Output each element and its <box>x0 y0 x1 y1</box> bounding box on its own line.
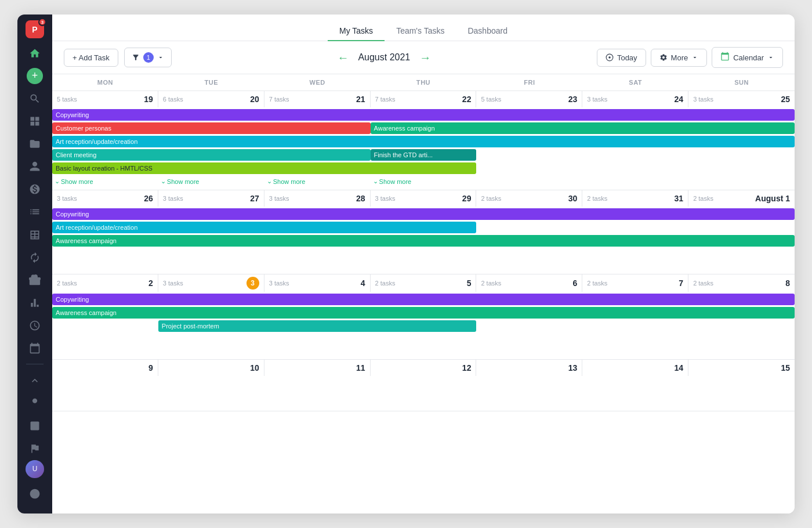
day-27: 3 tasks27 <box>158 190 264 207</box>
month-navigation: ← August 2021 → <box>177 51 591 64</box>
day-22: 7 tasks22 <box>371 91 477 107</box>
day-10: 10 <box>158 360 264 376</box>
day-25: 3 tasks25 <box>688 91 795 107</box>
event-copywriting-1[interactable]: Copywriting <box>52 109 795 121</box>
week-events-2: Copywriting Art reception/update/creatio… <box>52 207 795 274</box>
sidebar-item-refresh[interactable] <box>24 247 45 267</box>
event-art-reception-2[interactable]: Art reception/update/creation <box>52 222 476 233</box>
week-row-4: 9 10 11 12 13 14 15 <box>52 360 795 411</box>
today-button[interactable]: Today <box>597 49 646 67</box>
day-8: 2 tasks8 <box>688 274 795 292</box>
tab-dashboard[interactable]: Dashboard <box>456 21 519 41</box>
day-20: 6 tasks20 <box>158 91 264 107</box>
sidebar-item-chevron-up[interactable] <box>24 370 45 390</box>
event-copywriting-2[interactable]: Copywriting <box>52 208 795 220</box>
week-events-3: Copywriting Awareness campaign Project p… <box>52 292 795 359</box>
calendar-icon <box>720 52 730 63</box>
event-row: Basic layout creation - HMTL/CSS <box>52 162 795 175</box>
day-31: 2 tasks31 <box>582 190 688 207</box>
event-basic-layout[interactable]: Basic layout creation - HMTL/CSS <box>52 162 476 174</box>
event-row: Copywriting <box>52 294 795 306</box>
left-nav: P 3 + <box>17 15 52 513</box>
prev-month-button[interactable]: ← <box>337 51 349 64</box>
add-button[interactable]: + <box>27 68 43 84</box>
filter-button[interactable]: 1 <box>124 48 172 67</box>
sidebar-item-search[interactable] <box>24 89 45 109</box>
event-project-postmortem[interactable]: Project post-mortem <box>158 320 477 332</box>
sidebar-item-settings[interactable] <box>24 484 45 504</box>
event-copywriting-3[interactable]: Copywriting <box>52 294 795 305</box>
day-15: 15 <box>688 360 795 376</box>
show-more-row-1: ⌄Show more ⌄Show more ⌄Show more ⌄Show m… <box>52 176 795 186</box>
show-more-wed[interactable]: ⌄Show more <box>264 176 371 186</box>
nav-divider <box>26 364 44 364</box>
show-more-tue[interactable]: ⌄Show more <box>158 176 264 186</box>
add-task-button[interactable]: + Add Task <box>64 49 118 67</box>
current-month: August 2021 <box>358 52 410 63</box>
sidebar-item-chart[interactable] <box>24 292 45 313</box>
day-6: 2 tasks6 <box>476 274 582 292</box>
day-2: 2 tasks2 <box>52 274 158 292</box>
day-header-mon: MON <box>52 74 158 91</box>
event-client-meeting[interactable]: Client meeting <box>52 149 371 161</box>
event-customer-personas[interactable]: Customer personas <box>52 122 371 134</box>
event-awareness-campaign-1[interactable]: Awareness campaign <box>371 122 795 134</box>
event-row: Copywriting <box>52 109 795 122</box>
sidebar-item-tasks[interactable] <box>24 416 45 436</box>
sidebar-item-user2[interactable] <box>24 393 45 414</box>
event-row: Project post-mortem <box>52 320 795 333</box>
user-avatar[interactable]: U <box>26 460 44 478</box>
toolbar-right: Today More Calendar <box>597 47 783 68</box>
event-awareness-campaign-2[interactable]: Awareness campaign <box>52 235 795 247</box>
event-row: Awareness campaign <box>52 235 795 248</box>
week-dates-2: 3 tasks26 3 tasks27 3 tasks28 3 tasks29 … <box>52 190 795 207</box>
week-row-1: 5 tasks19 6 tasks20 7 tasks21 7 tasks22 … <box>52 91 795 190</box>
day-aug1: 2 tasksAugust 1 <box>688 190 795 207</box>
sidebar-item-calendar[interactable] <box>24 338 45 358</box>
show-more-sun-empty <box>688 176 795 186</box>
toolbar: + Add Task 1 ← August 2021 → Today More <box>52 41 795 74</box>
week-row-2: 3 tasks26 3 tasks27 3 tasks28 3 tasks29 … <box>52 190 795 274</box>
app-logo: P 3 <box>26 20 44 38</box>
day-3: 3 tasks3 <box>158 274 264 292</box>
tab-team-tasks[interactable]: Team's Tasks <box>385 21 456 41</box>
notification-badge: 3 <box>38 18 46 26</box>
day-28: 3 tasks28 <box>264 190 371 207</box>
day-header-fri: FRI <box>476 74 582 91</box>
day-12: 12 <box>371 360 477 376</box>
show-more-mon[interactable]: ⌄Show more <box>52 176 158 186</box>
sidebar-item-grid[interactable] <box>24 111 45 132</box>
day-header-sat: SAT <box>582 74 688 91</box>
sidebar-item-flag[interactable] <box>24 439 45 459</box>
show-more-thu[interactable]: ⌄Show more <box>371 176 477 186</box>
event-art-reception-1[interactable]: Art reception/update/creation <box>52 136 795 147</box>
sidebar-item-clock[interactable] <box>24 315 45 335</box>
day-header-sun: SUN <box>688 74 795 91</box>
event-awareness-campaign-3[interactable]: Awareness campaign <box>52 307 795 319</box>
tab-my-tasks[interactable]: My Tasks <box>328 21 385 41</box>
main-content: My Tasks Team's Tasks Dashboard + Add Ta… <box>52 15 795 513</box>
week-dates-1: 5 tasks19 6 tasks20 7 tasks21 7 tasks22 … <box>52 91 795 107</box>
sidebar-item-list[interactable] <box>24 202 45 222</box>
sidebar-item-user[interactable] <box>24 157 45 177</box>
sidebar-item-box[interactable] <box>24 270 45 290</box>
day-11: 11 <box>264 360 371 376</box>
week-events-4 <box>52 376 795 411</box>
day-5: 2 tasks5 <box>371 274 477 292</box>
sidebar-item-table[interactable] <box>24 225 45 245</box>
sidebar-item-folder[interactable] <box>24 134 45 154</box>
event-row: Art reception/update/creation <box>52 136 795 149</box>
day-4: 3 tasks4 <box>264 274 371 292</box>
day-26: 3 tasks26 <box>52 190 158 207</box>
calendar-view-button[interactable]: Calendar <box>712 47 783 68</box>
event-finish-gtd[interactable]: Finish the GTD arti... <box>371 149 477 161</box>
more-button[interactable]: More <box>651 49 708 67</box>
week-dates-3: 2 tasks2 3 tasks3 3 tasks4 2 tasks5 2 ta… <box>52 274 795 292</box>
day-24: 3 tasks24 <box>582 91 688 107</box>
next-month-button[interactable]: → <box>419 51 431 64</box>
sidebar-item-dollar[interactable] <box>24 179 45 200</box>
day-19: 5 tasks19 <box>52 91 158 107</box>
event-row: Client meeting Finish the GTD arti... <box>52 149 795 162</box>
day-header-wed: WED <box>264 74 371 91</box>
sidebar-item-home[interactable] <box>24 43 45 63</box>
